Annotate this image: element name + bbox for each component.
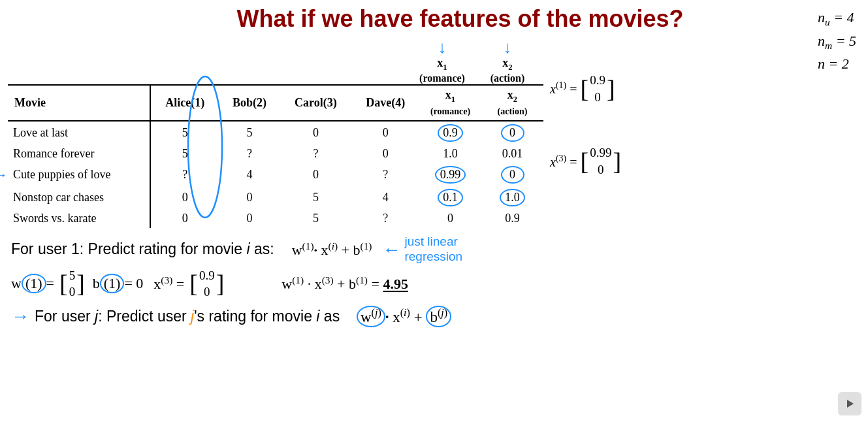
- b1-superscript: (1): [100, 274, 125, 293]
- x3-label-b: x(3) =: [153, 274, 184, 293]
- alice-1: 5: [150, 121, 219, 144]
- right-formulas: x(1) = [ 0.9 0 ] x(3) = [: [543, 72, 674, 228]
- col-movie: Movie: [8, 85, 150, 122]
- bob-4: 0: [219, 186, 280, 209]
- col-x2: x2(action): [481, 85, 543, 122]
- x2-2: 0.01: [481, 144, 543, 163]
- bj-circled: b(j): [426, 306, 451, 327]
- userj-text: For user j: Predict user j's rating for …: [35, 308, 340, 325]
- x3-b-bracket-l: [: [189, 272, 198, 295]
- alice-5: 0: [150, 209, 219, 228]
- x3-b-mat-inner: 0.9 0: [198, 267, 216, 300]
- dave-4: 4: [351, 186, 419, 209]
- alice-2: 5: [150, 144, 219, 163]
- x1-header-col: ↓ x1 (romance): [413, 39, 472, 84]
- x2-1-circle: 0: [501, 124, 524, 142]
- svg-marker-1: [847, 400, 854, 408]
- x1-eq-label: x(1) =: [550, 80, 581, 97]
- dave-1: 0: [351, 121, 419, 144]
- table-row: Nonstop car chases 0 0 5 4 0.1 1.0: [8, 186, 543, 209]
- x1-bracket-right: ]: [607, 78, 615, 100]
- x3-val-bot: 0: [598, 161, 604, 178]
- bob-1: 5: [219, 121, 280, 144]
- x1-label: x1: [437, 56, 447, 73]
- x3-b-bracket-r: ]: [216, 272, 225, 295]
- w1-label: w(1)=: [11, 274, 54, 293]
- dave-2: 0: [351, 144, 419, 163]
- table-area: ↓ x1 (romance) ↓ x2 (action) Movie: [8, 39, 543, 228]
- x1-val-top: 0.9: [590, 72, 605, 89]
- carol-2: ?: [280, 144, 352, 163]
- x3-b-top: 0.9: [199, 267, 215, 284]
- table-row: Love at last 5 5 0 0 0.9 0: [8, 121, 543, 144]
- x1-mat-inner: 0.9 0: [588, 72, 607, 105]
- carol-3: 0: [280, 163, 352, 186]
- x1-5: 0: [419, 209, 481, 228]
- dave-5: ?: [351, 209, 419, 228]
- x1-val-bot: 0: [594, 89, 601, 106]
- play-icon: [844, 398, 855, 409]
- alice-3: ?: [150, 163, 219, 186]
- col-x1: x1(romance): [419, 85, 481, 122]
- user1-formula: w(1)· x(i) + b(1): [285, 240, 372, 259]
- x2-label: x2: [502, 56, 512, 73]
- table-header-row: Movie Alice(1) Bob(2) Carol(3) Dave(4) x…: [8, 85, 543, 122]
- bob-2: ?: [219, 144, 280, 163]
- movie-name-1: Love at last: [8, 121, 150, 144]
- w1-bracket-r: ]: [76, 272, 85, 295]
- movie-table: Movie Alice(1) Bob(2) Carol(3) Dave(4) x…: [8, 84, 543, 229]
- w1-bracket-l: [: [59, 272, 68, 295]
- x1-equation: x(1) = [ 0.9 0 ]: [550, 72, 674, 105]
- x2-1: 0: [481, 121, 543, 144]
- x3-matrix-b: [ 0.9 0 ]: [189, 267, 224, 300]
- x1-1-circle: 0.9: [438, 124, 463, 142]
- j-orange: j: [191, 308, 194, 325]
- x3-b-bot: 0: [204, 284, 210, 300]
- x1-2: 1.0: [419, 144, 481, 163]
- x1-4-circle: 0.1: [438, 189, 463, 206]
- x1-3-circle: 0.99: [435, 166, 466, 184]
- x2-3-circle: 0: [501, 166, 524, 184]
- x3-equation: x(3) = [ 0.99 0 ]: [550, 144, 674, 178]
- just-linear-arrow: ←: [382, 239, 400, 260]
- x1-3: 0.99: [419, 163, 481, 186]
- x2-3: 0: [481, 163, 543, 186]
- x3-val-top: 0.99: [590, 144, 611, 161]
- x1-matrix: [ 0.9 0 ]: [581, 72, 615, 105]
- x3-bracket-right: ]: [613, 150, 621, 172]
- bob-5: 0: [219, 209, 280, 228]
- bottom-section: For user 1: Predict rating for movie i a…: [8, 235, 860, 327]
- table-row: Cute puppies of love ? 4 0 ? 0.99 0: [8, 163, 543, 186]
- x-headers: ↓ x1 (romance) ↓ x2 (action): [8, 39, 543, 84]
- w1-mat-inner: 5 0: [68, 267, 77, 300]
- alice-4: 0: [150, 186, 219, 209]
- movie-name-4: Nonstop car chases: [8, 186, 150, 209]
- userj-arrow: →: [11, 306, 29, 327]
- result-label: w(1) · x(3) + b(1) = 4.95: [281, 274, 408, 293]
- x1-sublabel: (romance): [419, 73, 465, 84]
- x1-4: 0.1: [419, 186, 481, 209]
- x1-bracket-left: [: [581, 78, 589, 100]
- w1-bot: 0: [69, 284, 76, 300]
- userj-formula-line: → For user j: Predict user j's rating fo…: [11, 306, 860, 327]
- result-value: 4.95: [383, 276, 408, 293]
- x2-4-circle: 1.0: [500, 189, 525, 206]
- col-carol: Carol(3): [280, 85, 352, 122]
- user1-formula-line: For user 1: Predict rating for movie i a…: [11, 235, 860, 265]
- movie-name-5: Swords vs. karate: [8, 209, 150, 228]
- col-dave: Dave(4): [351, 85, 419, 122]
- dave-3: ?: [351, 163, 419, 186]
- w1-top: 5: [69, 267, 76, 284]
- x2-sublabel: (action): [490, 73, 524, 84]
- b1-label: b(1)= 0: [93, 274, 144, 293]
- x2-header-col: ↓ x2 (action): [478, 39, 537, 84]
- carol-5: 5: [280, 209, 352, 228]
- x3-bracket-left: [: [581, 150, 589, 172]
- x2-5: 0.9: [481, 209, 543, 228]
- x3-mat-inner: 0.99 0: [588, 144, 613, 178]
- table-row: Romance forever 5 ? ? 0 1.0 0.01: [8, 144, 543, 163]
- page: What if we have features of the movies? …: [0, 0, 868, 422]
- x1-1: 0.9: [419, 121, 481, 144]
- just-linear-text: just linearregression: [404, 235, 462, 265]
- play-button[interactable]: [838, 392, 861, 415]
